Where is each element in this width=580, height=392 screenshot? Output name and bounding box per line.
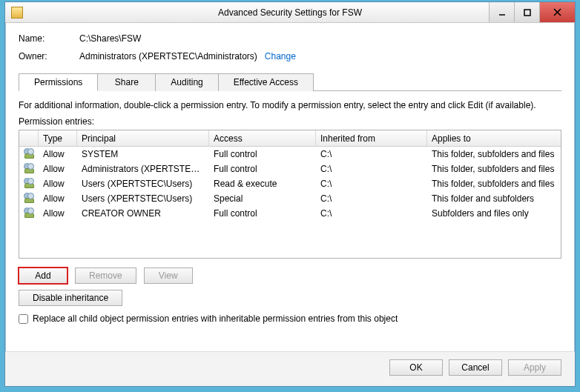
remove-button[interactable]: Remove — [75, 268, 136, 284]
row-applies: This folder, subfolders and files — [427, 179, 561, 189]
row-principal-icon — [19, 193, 39, 205]
advanced-security-window: Advanced Security Settings for FSW Name:… — [4, 1, 576, 387]
add-button[interactable]: Add — [19, 268, 67, 284]
inheritance-row: Disable inheritance — [19, 290, 561, 306]
row-inherited: C:\ — [316, 208, 427, 219]
tab-share[interactable]: Share — [98, 73, 156, 91]
row-principal-icon — [19, 163, 39, 175]
row-principal: Administrators (XPERTSTEC\... — [77, 164, 209, 174]
row-applies: This folder and subfolders — [427, 193, 561, 204]
row-applies: This folder, subfolders and files — [427, 164, 561, 174]
table-row[interactable]: AllowUsers (XPERTSTEC\Users)Read & execu… — [19, 176, 561, 191]
tabs: Permissions Share Auditing Effective Acc… — [19, 73, 561, 91]
row-access: Special — [209, 193, 316, 204]
row-type: Allow — [39, 164, 77, 174]
col-inherited[interactable]: Inherited from — [316, 130, 427, 146]
group-icon — [24, 193, 36, 205]
row-inherited: C:\ — [316, 164, 427, 174]
replace-child-checkbox[interactable] — [19, 314, 28, 324]
folder-icon — [11, 7, 23, 19]
close-button[interactable] — [539, 2, 575, 22]
row-principal: SYSTEM — [77, 149, 209, 159]
svg-rect-1 — [524, 10, 530, 16]
row-access: Read & execute — [209, 179, 316, 189]
row-type: Allow — [39, 208, 77, 219]
group-icon — [24, 178, 36, 190]
name-label: Name: — [19, 33, 79, 44]
content-area: Name: C:\Shares\FSW Owner: Administrator… — [5, 23, 575, 351]
row-type: Allow — [39, 179, 77, 189]
row-principal-icon — [19, 148, 39, 160]
row-applies: This folder, subfolders and files — [427, 149, 561, 159]
apply-button[interactable]: Apply — [508, 359, 561, 376]
col-type[interactable]: Type — [39, 130, 77, 146]
change-owner-link[interactable]: Change — [265, 51, 296, 62]
row-inherited: C:\ — [316, 193, 427, 204]
permission-entries-label: Permission entries: — [19, 116, 561, 127]
row-applies: Subfolders and files only — [427, 208, 561, 219]
col-principal[interactable]: Principal — [77, 130, 209, 146]
table-row[interactable]: AllowUsers (XPERTSTEC\Users)SpecialC:\Th… — [19, 191, 561, 206]
tab-auditing[interactable]: Auditing — [156, 73, 218, 91]
permission-table: Type Principal Access Inherited from App… — [19, 130, 561, 259]
window-controls — [489, 2, 575, 22]
row-inherited: C:\ — [316, 149, 427, 159]
row-inherited: C:\ — [316, 179, 427, 189]
minimize-button[interactable] — [489, 2, 514, 22]
col-access[interactable]: Access — [209, 130, 316, 146]
ok-button[interactable]: OK — [389, 359, 443, 376]
col-applies[interactable]: Applies to — [427, 130, 561, 146]
row-type: Allow — [39, 149, 77, 159]
replace-child-row: Replace all child object permission entr… — [19, 313, 561, 324]
row-principal: CREATOR OWNER — [77, 208, 209, 219]
group-icon — [24, 207, 36, 219]
owner-row: Owner: Administrators (XPERTSTEC\Adminis… — [19, 51, 561, 62]
view-button[interactable]: View — [144, 268, 193, 284]
row-principal: Users (XPERTSTEC\Users) — [77, 193, 209, 204]
disable-inheritance-button[interactable]: Disable inheritance — [19, 290, 122, 306]
titlebar[interactable]: Advanced Security Settings for FSW — [5, 2, 575, 23]
name-row: Name: C:\Shares\FSW — [19, 33, 561, 44]
owner-label: Owner: — [19, 51, 79, 62]
row-principal-icon — [19, 178, 39, 190]
table-row[interactable]: AllowCREATOR OWNERFull controlC:\Subfold… — [19, 206, 561, 221]
row-access: Full control — [209, 208, 316, 219]
cancel-button[interactable]: Cancel — [449, 359, 502, 376]
table-row[interactable]: AllowSYSTEMFull controlC:\This folder, s… — [19, 147, 561, 162]
row-type: Allow — [39, 193, 77, 204]
row-access: Full control — [209, 149, 316, 159]
row-buttons: Add Remove View — [19, 268, 561, 284]
group-icon — [24, 148, 36, 160]
group-icon — [24, 163, 36, 175]
owner-value: Administrators (XPERTSTEC\Administrators… — [79, 51, 257, 62]
tab-effective-access[interactable]: Effective Access — [219, 73, 314, 91]
maximize-button[interactable] — [514, 2, 539, 22]
row-principal: Users (XPERTSTEC\Users) — [77, 179, 209, 189]
table-body: AllowSYSTEMFull controlC:\This folder, s… — [19, 147, 561, 221]
info-text: For additional information, double-click… — [19, 100, 561, 110]
col-icon[interactable] — [19, 130, 39, 146]
table-row[interactable]: AllowAdministrators (XPERTSTEC\...Full c… — [19, 162, 561, 176]
replace-child-label: Replace all child object permission entr… — [33, 313, 398, 324]
dialog-footer: OK Cancel Apply — [5, 351, 575, 386]
row-access: Full control — [209, 164, 316, 174]
table-header: Type Principal Access Inherited from App… — [19, 130, 561, 147]
tab-permissions[interactable]: Permissions — [19, 73, 98, 91]
name-value: C:\Shares\FSW — [79, 33, 141, 44]
row-principal-icon — [19, 207, 39, 219]
